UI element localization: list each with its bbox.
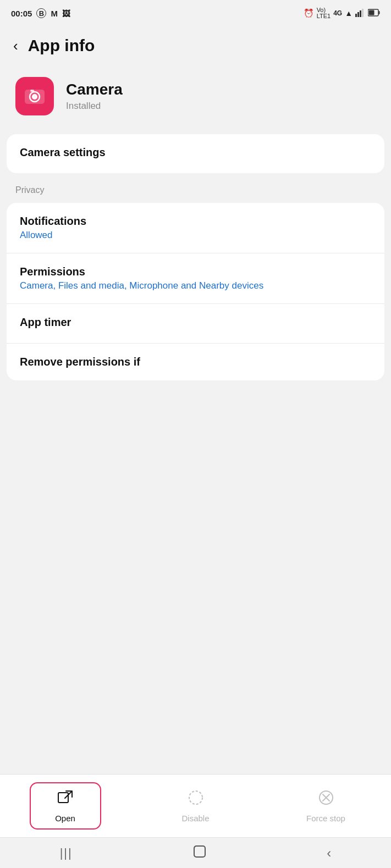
status-bar: 00:05 B M 🖼 ⏰ Vo)LTE1 4G ▲ bbox=[0, 0, 391, 26]
disable-label: Disable bbox=[181, 814, 209, 823]
camera-settings-card[interactable]: Camera settings bbox=[7, 134, 384, 173]
disable-button[interactable]: Disable bbox=[160, 789, 232, 823]
app-timer-title: App timer bbox=[20, 316, 371, 329]
status-icon-b: B bbox=[36, 8, 46, 18]
svg-rect-10 bbox=[30, 90, 34, 92]
notifications-item[interactable]: Notifications Allowed bbox=[7, 203, 384, 253]
force-stop-label: Force stop bbox=[306, 814, 345, 823]
alarm-icon: ⏰ bbox=[304, 8, 314, 18]
status-time: 00:05 bbox=[11, 9, 32, 18]
svg-rect-1 bbox=[357, 12, 359, 17]
app-details: Camera Installed bbox=[66, 81, 123, 112]
app-info-section: Camera Installed bbox=[0, 68, 391, 131]
nav-home[interactable] bbox=[192, 844, 207, 863]
svg-rect-17 bbox=[194, 846, 205, 857]
svg-point-13 bbox=[189, 791, 202, 804]
svg-rect-5 bbox=[379, 11, 380, 14]
app-icon bbox=[15, 77, 54, 115]
signal-icon: ▲ bbox=[345, 9, 353, 18]
force-stop-button[interactable]: Force stop bbox=[290, 789, 362, 823]
open-button[interactable]: Open bbox=[30, 782, 101, 830]
battery-icon bbox=[368, 9, 380, 18]
camera-settings-item[interactable]: Camera settings bbox=[7, 134, 384, 173]
app-name: Camera bbox=[66, 81, 123, 98]
svg-rect-11 bbox=[58, 793, 68, 803]
volte-icon: Vo)LTE1 bbox=[317, 7, 331, 19]
nav-back[interactable]: ‹ bbox=[327, 845, 331, 861]
app-timer-item[interactable]: App timer bbox=[7, 304, 384, 344]
nav-bar: ||| ‹ bbox=[0, 837, 391, 868]
privacy-section-label: Privacy bbox=[0, 176, 391, 200]
status-icon-m: M bbox=[51, 9, 58, 18]
permissions-item[interactable]: Permissions Camera, Files and media, Mic… bbox=[7, 253, 384, 304]
permissions-detail: Camera, Files and media, Microphone and … bbox=[20, 280, 371, 291]
header: ‹ App info bbox=[0, 26, 391, 68]
network-4g-icon: 4G bbox=[333, 9, 342, 17]
permissions-title: Permissions bbox=[20, 266, 371, 278]
remove-permissions-item[interactable]: Remove permissions if bbox=[7, 344, 384, 380]
open-label: Open bbox=[55, 814, 75, 823]
bottom-action-bar: Open Disable Force stop bbox=[0, 774, 391, 837]
remove-permissions-title: Remove permissions if bbox=[20, 356, 371, 368]
camera-settings-label: Camera settings bbox=[20, 146, 371, 159]
svg-rect-2 bbox=[360, 10, 361, 17]
app-status: Installed bbox=[66, 101, 123, 112]
status-icon-photo: 🖼 bbox=[62, 9, 70, 18]
svg-point-9 bbox=[32, 94, 37, 99]
svg-rect-3 bbox=[362, 9, 364, 17]
page-title: App info bbox=[28, 36, 95, 55]
disable-icon bbox=[187, 789, 205, 810]
notifications-status: Allowed bbox=[20, 230, 371, 241]
open-icon bbox=[57, 789, 74, 810]
back-button[interactable]: ‹ bbox=[13, 37, 18, 54]
notifications-title: Notifications bbox=[20, 215, 371, 228]
status-right: ⏰ Vo)LTE1 4G ▲ bbox=[304, 7, 380, 19]
svg-rect-0 bbox=[355, 14, 357, 17]
force-stop-icon bbox=[317, 789, 335, 810]
camera-app-icon bbox=[24, 85, 46, 107]
status-left: 00:05 B M 🖼 bbox=[11, 8, 70, 18]
signal-bars-icon bbox=[355, 8, 365, 19]
privacy-card: Notifications Allowed Permissions Camera… bbox=[7, 203, 384, 380]
nav-recent[interactable]: ||| bbox=[60, 846, 73, 860]
svg-rect-6 bbox=[369, 10, 375, 15]
